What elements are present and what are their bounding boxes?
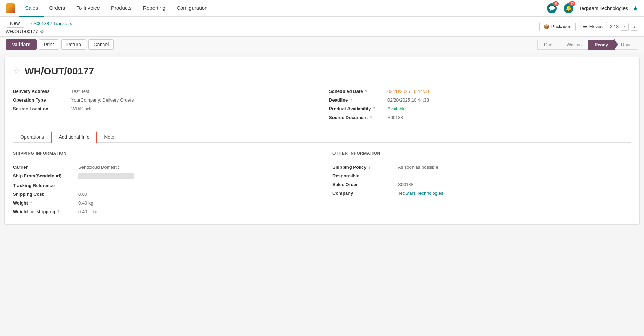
- breadcrumb-slash1: /: [31, 21, 32, 26]
- company-name[interactable]: TeqStars Technologies: [579, 6, 628, 11]
- packages-icon: 📦: [544, 24, 549, 29]
- chat-button[interactable]: 💬 6: [545, 2, 558, 15]
- value-carrier: Sendcloud Domestic: [78, 165, 120, 170]
- value-shipping-cost: 0.00: [78, 192, 87, 197]
- label-company: Company: [332, 191, 395, 196]
- help-weight-icon[interactable]: ?: [30, 201, 32, 205]
- breadcrumb-link-s00188[interactable]: S00188: [33, 21, 49, 26]
- record-header: ☆ WH/OUT/00177: [13, 66, 631, 77]
- tab-additional-info[interactable]: Additional Info: [51, 131, 97, 143]
- notifications-badge: 12: [569, 1, 575, 6]
- label-deadline: Deadline ?: [329, 97, 385, 103]
- action-bar: Validate Print Return Cancel Draft Waiti…: [0, 37, 644, 53]
- label-scheduled-date: Scheduled Date ?: [329, 88, 385, 94]
- other-section-title: OTHER INFORMATION: [332, 151, 631, 157]
- tab-operations[interactable]: Operations: [13, 131, 51, 143]
- status-bar: Draft Waiting Ready Done: [537, 40, 638, 50]
- form-row-scheduled-date: Scheduled Date ? 02/28/2025 10:44:38: [329, 87, 631, 95]
- shipping-section-title: SHIPPING INFORMATION: [13, 151, 312, 157]
- app-logo[interactable]: [6, 3, 15, 13]
- form-right: Scheduled Date ? 02/28/2025 10:44:38 Dea…: [329, 87, 631, 121]
- action-buttons: Validate Print Return Cancel: [6, 39, 114, 50]
- nav-item-products[interactable]: Products: [105, 0, 137, 17]
- label-ship-from: Ship From(Sendcloud): [13, 173, 76, 178]
- return-button[interactable]: Return: [61, 39, 86, 50]
- value-source-document: S00188: [387, 114, 403, 120]
- new-button[interactable]: New: [6, 19, 24, 28]
- info-row-sales-order: Sales Order S00188: [332, 180, 631, 189]
- label-product-availability: Product Availability ?: [329, 105, 385, 111]
- favorite-star-icon[interactable]: ★: [632, 4, 638, 13]
- label-tracking-reference: Tracking Reference: [13, 183, 76, 188]
- help-shipping-policy-icon[interactable]: ?: [368, 165, 371, 169]
- record-title: WH/OUT/00177: [25, 66, 94, 77]
- label-carrier: Carrier: [13, 165, 76, 170]
- other-information-section: OTHER INFORMATION Shipping Policy ? As s…: [332, 151, 631, 216]
- packages-label: Packages: [551, 24, 571, 29]
- value-operation-type: YourCompany: Delivery Orders: [71, 97, 134, 103]
- form-row-product-availability: Product Availability ? Available: [329, 104, 631, 113]
- moves-label: Moves: [589, 24, 603, 29]
- nav-item-sales[interactable]: Sales: [19, 0, 44, 17]
- prev-button[interactable]: ‹: [621, 23, 628, 31]
- form-row-delivery-address: Delivery Address Test Test: [13, 87, 315, 95]
- sub-header: New ... / S00188 / Transfers WH/OUT/0017…: [0, 17, 644, 37]
- info-row-shipping-cost: Shipping Cost 0.00: [13, 190, 312, 199]
- value-ship-from-blurred: [78, 173, 134, 179]
- label-shipping-cost: Shipping Cost: [13, 192, 76, 197]
- form-row-deadline: Deadline ? 02/28/2025 10:44:38: [329, 95, 631, 104]
- info-row-company: Company TeqStars Technologies: [332, 189, 631, 198]
- nav-item-reporting[interactable]: Reporting: [137, 0, 171, 17]
- value-delivery-address: Test Test: [71, 88, 89, 94]
- validate-button[interactable]: Validate: [6, 39, 37, 50]
- tab-content-additional-info: SHIPPING INFORMATION Carrier Sendcloud D…: [13, 151, 631, 216]
- form-left: Delivery Address Test Test Operation Typ…: [13, 87, 315, 121]
- info-row-carrier: Carrier Sendcloud Domestic: [13, 163, 312, 171]
- packages-button[interactable]: 📦 Packages: [539, 22, 576, 31]
- cancel-button[interactable]: Cancel: [88, 39, 114, 50]
- help-deadline-icon[interactable]: ?: [350, 98, 352, 102]
- breadcrumb-sep1: ...: [26, 21, 30, 26]
- nav-item-configuration[interactable]: Configuration: [171, 0, 213, 17]
- info-row-ship-from: Ship From(Sendcloud): [13, 171, 312, 181]
- star-favorite-button[interactable]: ☆: [13, 67, 21, 75]
- nav-right-actions: 💬 6 🔔 12 TeqStars Technologies ★: [545, 2, 638, 15]
- pagination: 3 / 3 ‹ ›: [610, 23, 638, 31]
- notifications-button[interactable]: 🔔 12: [562, 2, 575, 15]
- info-row-responsible: Responsible: [332, 171, 631, 180]
- nav-item-orders[interactable]: Orders: [44, 0, 71, 17]
- settings-gear-icon[interactable]: ⚙: [40, 29, 44, 34]
- print-button[interactable]: Print: [39, 39, 59, 50]
- status-waiting[interactable]: Waiting: [560, 40, 588, 50]
- status-done[interactable]: Done: [614, 40, 638, 50]
- chat-badge: 6: [553, 1, 559, 6]
- value-company: TeqStars Technologies: [398, 191, 443, 196]
- nav-menu: Sales Orders To Invoice Products Reporti…: [19, 0, 213, 17]
- status-ready[interactable]: Ready: [588, 40, 615, 50]
- help-scheduled-date-icon[interactable]: ?: [365, 89, 367, 94]
- breadcrumb-link-transfers[interactable]: Transfers: [53, 21, 72, 26]
- help-weight-shipping-icon[interactable]: ?: [57, 210, 60, 214]
- label-operation-type: Operation Type: [13, 97, 69, 103]
- next-button[interactable]: ›: [631, 23, 638, 31]
- top-navigation: Sales Orders To Invoice Products Reporti…: [0, 0, 644, 17]
- value-shipping-policy: As soon as possible: [398, 165, 438, 170]
- label-weight-shipping: Weight for shipping ?: [13, 209, 76, 214]
- help-availability-icon[interactable]: ?: [373, 107, 375, 111]
- form-grid: Delivery Address Test Test Operation Typ…: [13, 87, 631, 121]
- moves-button[interactable]: ☰ Moves: [579, 22, 607, 31]
- tab-note[interactable]: Note: [97, 131, 122, 143]
- nav-item-to-invoice[interactable]: To Invoice: [71, 0, 105, 17]
- info-row-weight: Weight ? 0.40 kg: [13, 199, 312, 207]
- pagination-count: 3 / 3: [610, 24, 619, 29]
- main-content: ☆ WH/OUT/00177 Delivery Address Test Tes…: [4, 57, 640, 225]
- info-row-shipping-policy: Shipping Policy ? As soon as possible: [332, 163, 631, 171]
- sub-header-right: 📦 Packages ☰ Moves 3 / 3 ‹ ›: [539, 22, 638, 31]
- help-source-doc-icon[interactable]: ?: [370, 115, 372, 120]
- status-draft[interactable]: Draft: [537, 40, 560, 50]
- value-weight-shipping-suffix: kg: [93, 209, 97, 214]
- label-source-location: Source Location: [13, 105, 69, 111]
- value-sales-order: S00188: [398, 182, 414, 187]
- breadcrumb-current: WH/OUT/00177: [6, 29, 38, 34]
- shipping-information-section: SHIPPING INFORMATION Carrier Sendcloud D…: [13, 151, 312, 216]
